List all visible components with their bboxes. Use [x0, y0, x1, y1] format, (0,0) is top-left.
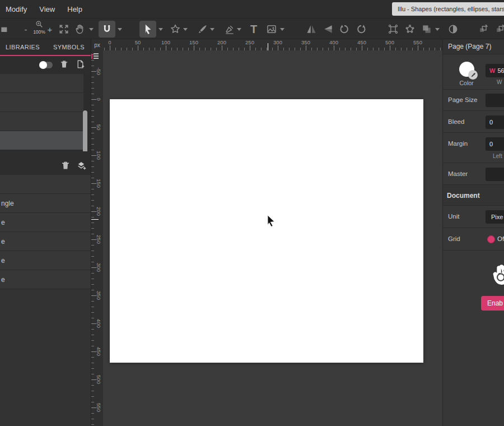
vertical-ruler[interactable]: -50050100150200250300350400450500550: [91, 50, 103, 426]
group-icon[interactable]: [386, 22, 400, 36]
h-ruler-label: 0: [108, 39, 111, 45]
pages-controls: [0, 56, 91, 74]
panel-tab[interactable]: SYMBOLS: [53, 44, 85, 50]
pages-scrollbar[interactable]: [83, 110, 87, 151]
text-tool-icon[interactable]: T: [247, 22, 260, 36]
left-panel-tabs: LIBRARIESSYMBOLS: [0, 39, 91, 55]
ruler-origin-icon[interactable]: [91, 52, 100, 60]
h-ruler-label: 550: [413, 39, 422, 45]
vertical-cursor-marker: [91, 219, 99, 220]
h-ruler-label: 400: [329, 39, 338, 45]
canvas-area[interactable]: [103, 50, 442, 426]
v-ruler-label: 150: [96, 179, 102, 188]
horizontal-ruler[interactable]: 050100150200250300350400450500550: [103, 39, 442, 50]
page-size-row: Page Size: [443, 90, 504, 111]
hand-tool-icon[interactable]: [73, 22, 87, 36]
color-label: Color: [449, 80, 484, 86]
add-layer-icon[interactable]: [76, 160, 86, 173]
snapping-magnet-icon[interactable]: [99, 21, 115, 38]
toolbar: - 100% +: [0, 18, 504, 39]
panel-tab[interactable]: LIBRARIES: [6, 44, 40, 50]
image-tool-icon[interactable]: [265, 22, 278, 36]
delete-layer-icon[interactable]: [60, 160, 71, 173]
margin-field[interactable]: 0: [486, 137, 504, 151]
touch-mode-hand-icon: [490, 261, 504, 288]
master-row: Master: [443, 163, 504, 185]
page-size-field[interactable]: [486, 94, 504, 107]
shape-list-item[interactable]: e: [0, 251, 91, 270]
boolean-operations-icon[interactable]: [420, 22, 433, 36]
grid-radio-button[interactable]: [487, 235, 495, 243]
margin-side-label: Left: [493, 153, 502, 159]
unit-select[interactable]: Pixe: [486, 210, 504, 224]
fit-to-screen-icon[interactable]: [57, 22, 71, 36]
flip-horizontal-icon[interactable]: [305, 22, 318, 36]
pen-tool-icon[interactable]: [196, 22, 209, 36]
horizontal-cursor-marker: [268, 43, 268, 50]
boolean-dropdown-caret[interactable]: [435, 28, 440, 31]
page-list-item[interactable]: [0, 74, 83, 93]
flip-vertical-icon[interactable]: [321, 22, 335, 36]
ruler-unit-corner: px: [91, 39, 103, 50]
layers-controls: [0, 158, 91, 175]
bleed-value: 0: [489, 119, 493, 126]
v-ruler-label: 400: [96, 319, 102, 328]
h-ruler-label: 500: [385, 39, 394, 45]
shape-list-item[interactable]: e: [0, 270, 91, 289]
width-value: 56: [497, 67, 504, 74]
pointer-tool-dropdown-caret[interactable]: [158, 28, 163, 31]
eyedropper-icon[interactable]: [468, 70, 478, 80]
page-width-field[interactable]: W 56: [486, 64, 504, 77]
freehand-dropdown-caret[interactable]: [237, 28, 241, 31]
document-title-field[interactable]: Illu - Shapes (rectangles, ellipses, sta…: [392, 2, 504, 16]
document-section-label: Document: [447, 192, 480, 200]
hand-tool-dropdown-caret[interactable]: [89, 28, 94, 31]
bleed-field[interactable]: 0: [486, 115, 504, 129]
shape-list-item[interactable]: ngle: [0, 194, 91, 213]
rotate-copy-icon[interactable]: [477, 22, 490, 36]
rotate-cw-icon[interactable]: [354, 22, 368, 36]
add-page-icon[interactable]: [76, 59, 85, 71]
inspector-title: Page (Page 7): [443, 39, 504, 54]
master-field[interactable]: [486, 168, 504, 181]
delete-page-icon[interactable]: [59, 59, 69, 71]
master-label: Master: [448, 170, 468, 177]
menu-item[interactable]: Modify: [6, 5, 27, 13]
page-list-item[interactable]: [0, 93, 83, 112]
rotate-copy-alt-icon[interactable]: [493, 22, 504, 36]
v-ruler-label: -50: [96, 67, 102, 75]
shape-list-item[interactable]: [0, 175, 91, 194]
toggle-knob: [39, 61, 47, 69]
freehand-tool-icon[interactable]: [223, 22, 236, 36]
image-tool-dropdown-caret[interactable]: [280, 28, 284, 31]
h-ruler-label: 200: [217, 39, 226, 45]
ruler-unit-label: px: [94, 42, 100, 48]
shape-list-item[interactable]: e: [0, 232, 91, 251]
menu-item[interactable]: View: [39, 5, 55, 13]
page-list-item[interactable]: [0, 131, 83, 150]
menu-item[interactable]: Help: [67, 5, 82, 13]
ungroup-icon[interactable]: [403, 22, 417, 36]
zoom-in-button[interactable]: +: [43, 22, 57, 36]
star-shape-tool-icon[interactable]: [169, 22, 182, 36]
pages-toggle[interactable]: [40, 62, 53, 68]
h-ruler-label: 100: [161, 39, 170, 45]
enable-touch-mode-button[interactable]: Enab: [481, 296, 504, 311]
shape-list-item[interactable]: e: [0, 213, 91, 232]
snapping-dropdown-caret[interactable]: [118, 28, 122, 31]
v-ruler-label: 550: [96, 403, 102, 412]
pen-tool-dropdown-caret[interactable]: [210, 28, 214, 31]
unit-row: Unit Pixe: [443, 206, 504, 228]
pages-list: [0, 74, 91, 151]
mask-icon[interactable]: [446, 22, 460, 36]
h-ruler-label: 150: [189, 39, 198, 45]
app-window: Illu - Shapes (rectangles, ellipses, sta…: [0, 0, 504, 426]
rotate-ccw-icon[interactable]: [338, 22, 351, 36]
pointer-tool-icon[interactable]: [139, 21, 156, 38]
margin-label: Margin: [448, 140, 468, 147]
clipped-tool-icon[interactable]: [0, 22, 9, 36]
left-panel: LIBRARIESSYMBOLS ngleeeee: [0, 39, 91, 426]
shape-tool-dropdown-caret[interactable]: [183, 28, 188, 31]
width-sub-label: W: [497, 79, 502, 85]
page-list-item[interactable]: [0, 112, 83, 131]
